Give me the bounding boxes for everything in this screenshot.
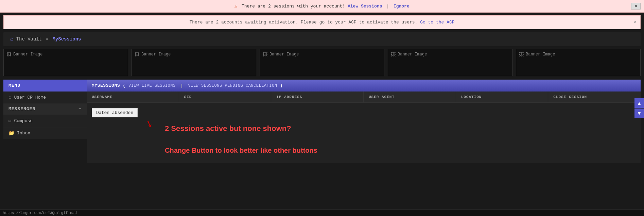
breadcrumb-current-page: MySessions <box>52 36 81 42</box>
banner-3: 🖼 Banner Image <box>260 49 384 76</box>
activation-alert-bar: There are 2 accounts awaiting activation… <box>3 15 641 29</box>
inbox-icon: 📁 <box>8 130 14 136</box>
daten-absenden-button[interactable]: Daten absenden <box>92 108 138 117</box>
sidebar-item-compose[interactable]: ✉ Compose <box>3 115 87 127</box>
view-pending-cancellation-link[interactable]: VIEW SESSIONS PENDING CANCELLATION <box>188 83 277 88</box>
messenger-toggle-icon[interactable]: − <box>79 106 82 112</box>
col-ip-address: IP ADDRESS <box>271 92 364 102</box>
table-header: USERNAME SID IP ADDRESS USER AGENT LOCAT… <box>87 92 641 103</box>
banner-icon-2: 🖼 <box>135 52 139 57</box>
activation-alert-text: There are 2 accounts awaiting activation… <box>189 20 417 25</box>
activation-alert-close[interactable]: × <box>633 19 637 26</box>
panel-header: MYSESSIONS ( VIEW LIVE SESSIONS | VIEW S… <box>87 80 641 92</box>
banner-5: 🖼 Banner Image <box>516 49 641 76</box>
alert-icon: ⚠ <box>234 4 237 9</box>
col-location: LOCATION <box>456 92 549 102</box>
banner-icon-4: 🖼 <box>391 52 396 57</box>
submit-button-container: Daten absenden <box>92 108 138 117</box>
col-sid: SID <box>179 92 272 102</box>
sessions-alert-text: There are 2 sessions with your account! <box>242 4 345 9</box>
sidebar-messenger-section: MESSENGER − <box>3 103 87 115</box>
scroll-up-button[interactable]: ▲ <box>634 98 644 108</box>
ignore-sessions-link[interactable]: Ignore <box>394 4 410 9</box>
col-user-agent: USER AGENT <box>364 92 456 102</box>
banner-4: 🖼 Banner Image <box>388 49 512 76</box>
banner-label-3: Banner Image <box>269 52 299 57</box>
status-bar-url: https://imgur.com/LeEJQqY.gif <box>3 211 68 215</box>
banner-label-1: Banner Image <box>13 52 42 57</box>
banner-icon-1: 🖼 <box>6 52 11 57</box>
banner-label-5: Banner Image <box>526 52 555 57</box>
go-to-acp-link[interactable]: Go to the ACP <box>420 20 454 25</box>
sidebar-item-label-user-cp-home: User CP Home <box>14 95 46 100</box>
header-paren-close: ) <box>280 83 283 88</box>
status-bar-suffix: ead <box>70 211 77 215</box>
sidebar: MENU ⌂ User CP Home MESSENGER − ✉ Compos… <box>3 80 87 163</box>
view-live-sessions-link[interactable]: VIEW LIVE SESSIONS <box>128 83 176 88</box>
header-pipe: | <box>180 83 186 88</box>
banner-icon-5: 🖼 <box>519 52 524 57</box>
scroll-down-button[interactable]: ▼ <box>634 109 644 118</box>
breadcrumb: ⌂ The Vault » MySessions <box>3 32 641 46</box>
banner-2: 🖼 Banner Image <box>132 49 256 76</box>
col-username: USERNAME <box>87 92 179 102</box>
sidebar-item-label-compose: Compose <box>14 118 33 123</box>
home-icon-sidebar: ⌂ <box>8 95 11 100</box>
home-icon: ⌂ <box>10 36 14 42</box>
sidebar-item-inbox[interactable]: 📁 Inbox <box>3 127 87 139</box>
banner-label-2: Banner Image <box>141 52 171 57</box>
scroll-buttons: ▲ ▼ <box>634 98 644 118</box>
banners-row: 🖼 Banner Image 🖼 Banner Image 🖼 Banner I… <box>3 49 641 76</box>
sessions-alert-close-button[interactable]: ✕ <box>631 3 641 10</box>
annotation-text-1: 2 Sessions active but none shown? <box>165 124 630 133</box>
banner-label-4: Banner Image <box>398 52 427 57</box>
sidebar-menu-header: MENU <box>3 80 87 92</box>
col-close-session: CLOSE SESSION <box>548 92 641 102</box>
annotation-text-2: Change Button to look better like other … <box>165 147 630 154</box>
sidebar-item-user-cp-home[interactable]: ⌂ User CP Home <box>3 92 87 103</box>
status-bar: https://imgur.com/LeEJQqY.gif ead <box>0 210 644 216</box>
annotation-arrow-icon: ➘ <box>144 117 154 131</box>
header-paren-open: ( <box>123 83 125 88</box>
banner-icon-3: 🖼 <box>263 52 267 57</box>
table-body: Daten absenden 2 Sessions active but non… <box>87 103 641 163</box>
main-content-area: MENU ⌂ User CP Home MESSENGER − ✉ Compos… <box>3 80 641 163</box>
panel-header-title: MYSESSIONS <box>92 83 120 88</box>
site-name-breadcrumb: The Vault <box>16 36 42 42</box>
banner-1: 🖼 Banner Image <box>3 49 128 76</box>
pipe-separator: | <box>386 4 389 9</box>
compose-icon: ✉ <box>8 118 11 124</box>
annotation-area: 2 Sessions active but none shown? ➘ Chan… <box>92 117 636 158</box>
breadcrumb-chevron: » <box>46 37 48 41</box>
content-panel: MYSESSIONS ( VIEW LIVE SESSIONS | VIEW S… <box>87 80 641 163</box>
view-sessions-link[interactable]: View Sessions <box>348 4 382 9</box>
sidebar-item-label-inbox: Inbox <box>17 131 30 136</box>
messenger-label: MESSENGER <box>8 106 35 112</box>
sessions-alert-bar: ⚠ There are 2 sessions with your account… <box>0 0 644 13</box>
